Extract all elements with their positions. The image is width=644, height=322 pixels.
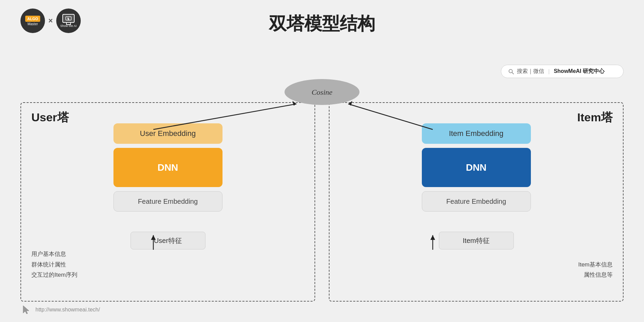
cosine-label: Cosine <box>311 88 332 96</box>
showme-logo-icon <box>62 14 75 23</box>
search-label: ShowMeAI 研究中心 <box>554 68 604 75</box>
main-title: 双塔模型结构 <box>269 14 375 33</box>
algo-logo-top: ALGO <box>25 16 40 22</box>
monitor-icon <box>65 16 72 20</box>
item-embedding-label: Item Embedding <box>449 129 503 138</box>
user-tower-box: User塔 User Embedding DNN Feature Embeddi… <box>20 102 315 302</box>
footer: http://www.showmeai.tech/ <box>20 304 100 315</box>
user-input-label: User特征 <box>154 236 182 245</box>
item-dnn-block: DNN <box>422 148 531 187</box>
search-text: 搜索｜微信 <box>517 68 544 75</box>
item-feature-embedding-label: Feature Embedding <box>446 198 506 205</box>
item-feature-embedding-block: Feature Embedding <box>422 191 531 212</box>
user-tower-label: User塔 <box>31 110 69 125</box>
svg-marker-4 <box>67 18 70 19</box>
user-input-block: User特征 <box>131 232 205 249</box>
item-side-text-line2: 属性信息等 <box>578 270 613 280</box>
page-container: ALGO Master × Show Me AI 双塔模型结构 <box>0 0 644 322</box>
cosine-node <box>285 79 359 105</box>
search-box[interactable]: 搜索｜微信 | ShowMeAI 研究中心 <box>501 65 624 78</box>
algo-master-logo: ALGO Master <box>20 9 45 33</box>
logo-area: ALGO Master × Show Me AI <box>20 9 81 33</box>
user-embedding-block: User Embedding <box>113 123 223 144</box>
item-tower-box: Item塔 Item Embedding DNN Feature Embeddi… <box>329 102 624 302</box>
user-dnn-block: DNN <box>113 148 223 187</box>
item-dnn-label: DNN <box>466 162 487 173</box>
search-divider: | <box>548 68 550 75</box>
svg-line-6 <box>512 72 514 74</box>
cursor-icon <box>20 304 31 315</box>
user-side-text-line3: 交互过的Item序列 <box>31 270 77 280</box>
item-input-block: Item特征 <box>439 232 514 249</box>
user-side-text-line1: 用户基本信息 <box>31 249 77 260</box>
user-side-text: 用户基本信息 群体统计属性 交互过的Item序列 <box>31 249 77 280</box>
user-feature-embedding-label: Feature Embedding <box>138 198 198 205</box>
item-tower-label: Item塔 <box>577 110 613 125</box>
item-side-text-line1: Item基本信息 <box>578 260 613 270</box>
showme-logo: Show Me AI <box>56 9 81 33</box>
footer-url: http://www.showmeai.tech/ <box>35 307 100 313</box>
user-side-text-line2: 群体统计属性 <box>31 260 77 270</box>
logo-x: × <box>48 16 53 25</box>
user-embedding-label: User Embedding <box>140 129 196 138</box>
item-side-text: Item基本信息 属性信息等 <box>578 260 613 280</box>
user-feature-embedding-block: Feature Embedding <box>113 191 223 212</box>
user-dnn-label: DNN <box>157 162 178 173</box>
main-title-container: 双塔模型结构 <box>0 0 644 36</box>
item-embedding-block: Item Embedding <box>422 123 531 144</box>
towers-container: User塔 User Embedding DNN Feature Embeddi… <box>20 102 624 302</box>
search-icon <box>508 68 514 75</box>
algo-logo-bottom: Master <box>28 22 38 26</box>
item-input-label: Item特征 <box>463 236 490 245</box>
